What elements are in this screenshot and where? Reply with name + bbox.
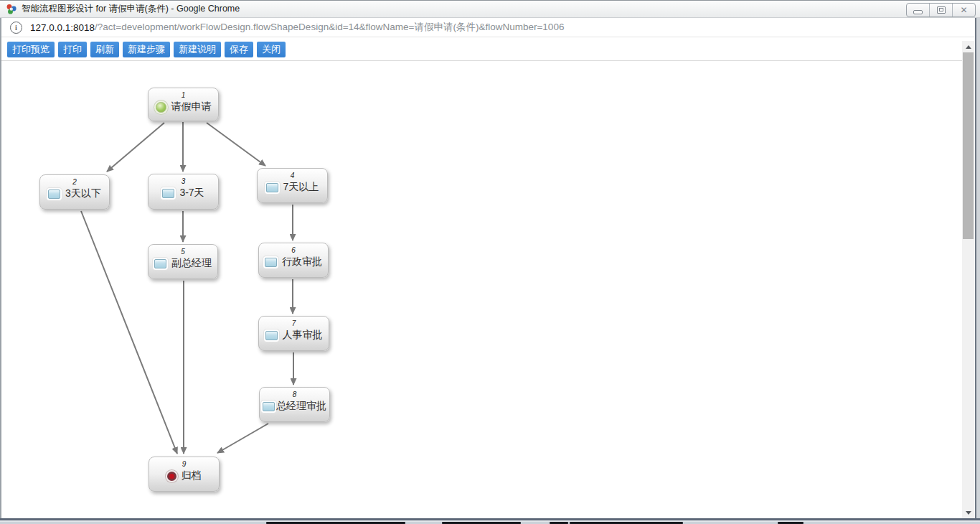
- step-icon: [154, 259, 166, 268]
- flow-node-3[interactable]: 33-7天: [148, 174, 219, 210]
- node-label: 归档: [182, 469, 202, 482]
- print-button[interactable]: 打印: [58, 42, 87, 57]
- window-controls: ✕: [906, 3, 976, 17]
- save-button[interactable]: 保存: [225, 42, 253, 57]
- node-label: 副总经理: [171, 257, 212, 270]
- close-page-button[interactable]: 关闭: [257, 42, 286, 57]
- step-icon: [48, 190, 60, 199]
- node-number: 2: [40, 178, 109, 186]
- window-border-left: [0, 18, 1, 519]
- node-number: 9: [149, 460, 219, 468]
- minimize-icon: [913, 10, 923, 14]
- close-icon: ✕: [960, 6, 967, 14]
- flow-canvas[interactable]: 1请假申请23天以下33-7天47天以上5副总经理6行政审批7人事审批8总经理审…: [0, 0, 980, 524]
- flow-edge-1-2: [107, 123, 164, 172]
- flow-node-7[interactable]: 7人事审批: [258, 316, 329, 351]
- arrow-down-icon: [966, 511, 971, 515]
- scrollbar-thumb[interactable]: [963, 52, 974, 239]
- window-title: 智能流程图形设计 for 请假申请(条件) - Google Chrome: [22, 3, 240, 15]
- node-label: 行政审批: [282, 256, 322, 268]
- window-border-outer: [976, 18, 980, 521]
- flow-node-4[interactable]: 47天以上: [257, 168, 328, 203]
- node-label: 人事审批: [283, 329, 323, 342]
- title-bar[interactable]: 智能流程图形设计 for 请假申请(条件) - Google Chrome ✕: [0, 0, 980, 18]
- minimize-button[interactable]: [907, 4, 929, 17]
- step-icon: [263, 402, 275, 411]
- arrow-up-icon: [966, 45, 971, 49]
- close-button[interactable]: ✕: [952, 4, 975, 17]
- flow-edge-8-9: [217, 424, 268, 453]
- flow-edge-1-4: [207, 123, 265, 166]
- flow-node-2[interactable]: 23天以下: [39, 174, 110, 210]
- node-number: 1: [149, 91, 218, 99]
- node-number: 7: [259, 319, 329, 327]
- step-icon: [265, 331, 278, 340]
- refresh-button[interactable]: 刷新: [90, 42, 119, 57]
- maximize-button[interactable]: [929, 4, 952, 17]
- flow-node-5[interactable]: 5副总经理: [148, 244, 218, 279]
- info-icon[interactable]: i: [10, 22, 22, 34]
- step-icon: [265, 258, 277, 267]
- node-label: 7天以上: [283, 181, 319, 194]
- flow-node-6[interactable]: 6行政审批: [258, 243, 329, 278]
- node-label: 3天以下: [65, 187, 101, 200]
- node-label: 3-7天: [179, 187, 204, 200]
- scroll-down-button[interactable]: [962, 507, 974, 518]
- step-icon: [162, 189, 174, 198]
- step-icon: [266, 183, 278, 192]
- node-number: 8: [260, 390, 329, 398]
- flow-node-9[interactable]: 9归档: [149, 457, 220, 492]
- new-step-button[interactable]: 新建步骤: [123, 42, 170, 57]
- url-path: /?act=development/workFlowDesign.flowSha…: [95, 21, 564, 34]
- maximize-icon: [937, 6, 946, 14]
- end-icon: [167, 472, 176, 481]
- address-bar[interactable]: i 127.0.0.1:8018/?act=development/workFl…: [1, 18, 974, 37]
- app-logo-icon: [6, 4, 17, 15]
- node-label: 总经理审批: [276, 400, 326, 413]
- node-number: 4: [258, 172, 327, 179]
- node-label: 请假申请: [171, 100, 212, 113]
- flow-edges: [0, 0, 980, 524]
- print-preview-button[interactable]: 打印预览: [7, 42, 55, 57]
- flow-node-8[interactable]: 8总经理审批: [259, 387, 330, 422]
- flow-node-1[interactable]: 1请假申请: [148, 88, 219, 121]
- start-icon: [156, 102, 166, 113]
- new-note-button[interactable]: 新建说明: [174, 42, 221, 57]
- node-number: 6: [259, 246, 328, 254]
- toolbar: 打印预览打印刷新新建步骤新建说明保存关闭: [1, 38, 962, 61]
- node-number: 3: [149, 177, 218, 185]
- url-host: 127.0.0.1:8018: [30, 22, 95, 33]
- scroll-up-button[interactable]: [962, 41, 974, 52]
- node-number: 5: [149, 248, 217, 256]
